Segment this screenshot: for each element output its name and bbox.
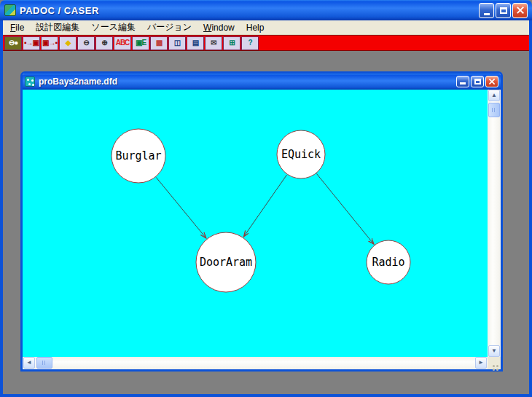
child-window: proBays2name.dfd BurglarEQuickDoorAramRa… <box>20 71 503 372</box>
node-label-Burglar: Burglar <box>115 149 161 162</box>
menu-file[interactable]: File <box>4 21 30 34</box>
window-title: PADOC / CASER <box>20 5 479 16</box>
scroll-left-icon: ◄ <box>26 359 32 366</box>
cascade-windows-icon: ◫ <box>174 39 180 47</box>
tiled-windows-button[interactable]: ⊞ <box>223 36 240 50</box>
child-close-button[interactable] <box>485 76 498 87</box>
diagram-canvas[interactable]: BurglarEQuickDoorAramRadio <box>23 90 488 357</box>
dfd-diagram: BurglarEQuickDoorAramRadio <box>23 90 488 357</box>
connector-icon: ⊖● <box>9 39 17 47</box>
child-minimize-button[interactable] <box>456 76 469 87</box>
minimize-button[interactable] <box>479 3 494 18</box>
app-icon <box>4 4 16 16</box>
scroll-left-button[interactable]: ◄ <box>23 357 35 369</box>
child-minimize-icon <box>460 82 466 84</box>
close-button[interactable] <box>512 3 528 18</box>
window-tree-icon: ▤ <box>192 39 198 47</box>
comment-icon: ✉ <box>211 39 216 47</box>
export-node-icon: ▣→▪ <box>42 39 57 47</box>
import-node-icon: ▪→▣ <box>24 39 39 47</box>
edge-Burglar-DoorAram <box>156 177 206 237</box>
open-box-icon: ◆ <box>66 39 71 47</box>
edge-EQuick-DoorAram <box>244 175 287 237</box>
help-button[interactable]: ? <box>241 36 259 50</box>
child-body: BurglarEQuickDoorAramRadio ▲ ▼ ◄ ► <box>23 90 501 369</box>
main-titlebar[interactable]: PADOC / CASER <box>0 0 532 20</box>
export-node-button[interactable]: ▣→▪ <box>41 36 58 50</box>
maximize-icon <box>500 7 507 14</box>
application-window: PADOC / CASER File 設計図編集 ソース編集 バージョン Win… <box>0 0 532 397</box>
horizontal-scroll-thumb[interactable] <box>36 357 52 369</box>
menu-version[interactable]: バージョン <box>141 20 197 35</box>
zoom-in-icon: ⊕ <box>101 39 106 47</box>
open-box-button[interactable]: ◆ <box>59 36 77 50</box>
scroll-right-icon: ► <box>478 359 484 366</box>
abc-label-button[interactable]: ABC <box>114 36 131 50</box>
cascade-windows-button[interactable]: ◫ <box>168 36 186 50</box>
mdi-client-area: proBays2name.dfd BurglarEQuickDoorAramRa… <box>3 51 529 394</box>
resize-grip-dots <box>496 365 498 367</box>
child-maximize-button[interactable] <box>471 76 484 87</box>
window-border-bottom <box>0 394 532 397</box>
menu-window[interactable]: Window <box>197 21 240 34</box>
scroll-right-button[interactable]: ► <box>475 357 487 369</box>
menu-help[interactable]: Help <box>240 21 270 34</box>
toolbar: ⊖●▪→▣▣→▪◆⊖⊕ABC▣E▩◫▤✉⊞? <box>3 35 529 51</box>
horizontal-scrollbar[interactable]: ◄ ► <box>23 357 488 369</box>
connector-button[interactable]: ⊖● <box>4 36 22 50</box>
zoom-out-icon: ⊖ <box>83 39 88 47</box>
node-label-EQuick: EQuick <box>281 148 321 161</box>
scroll-up-icon: ▲ <box>491 92 497 98</box>
resize-grip[interactable] <box>488 357 501 369</box>
edge-EQuick-Radio <box>316 173 373 244</box>
node-label-Radio: Radio <box>372 256 404 269</box>
pattern-button[interactable]: ▩ <box>150 36 168 50</box>
import-node-button[interactable]: ▪→▣ <box>23 36 40 50</box>
vertical-scroll-thumb[interactable] <box>488 103 500 117</box>
zoom-out-button[interactable]: ⊖ <box>77 36 95 50</box>
zoom-in-button[interactable]: ⊕ <box>95 36 113 50</box>
tiled-windows-icon: ⊞ <box>229 39 234 47</box>
child-maximize-icon <box>474 79 481 84</box>
abc-label-icon: ABC <box>116 39 130 47</box>
comment-button[interactable]: ✉ <box>205 36 222 50</box>
menu-source-edit[interactable]: ソース編集 <box>85 20 141 35</box>
node-label-DoorAram: DoorAram <box>200 256 252 269</box>
vertical-scrollbar[interactable]: ▲ ▼ <box>488 90 501 357</box>
window-tree-button[interactable]: ▤ <box>187 36 204 50</box>
window-border-right <box>529 20 532 397</box>
child-close-icon <box>488 78 496 85</box>
pattern-icon: ▩ <box>156 39 162 47</box>
child-titlebar[interactable]: proBays2name.dfd <box>23 74 501 90</box>
scroll-down-button[interactable]: ▼ <box>488 345 500 357</box>
maximize-button[interactable] <box>496 3 511 18</box>
minimize-icon <box>484 13 490 15</box>
scroll-down-icon: ▼ <box>491 347 497 354</box>
dfd-file-icon <box>25 76 35 87</box>
scroll-up-button[interactable]: ▲ <box>488 90 500 101</box>
menu-design-edit[interactable]: 設計図編集 <box>30 20 85 35</box>
editor-window-button[interactable]: ▣E <box>132 36 149 50</box>
editor-window-icon: ▣E <box>136 39 146 47</box>
child-window-title: proBays2name.dfd <box>39 76 456 87</box>
menu-bar: File 設計図編集 ソース編集 バージョン Window Help <box>3 20 529 35</box>
close-icon <box>516 6 525 15</box>
help-icon: ? <box>248 39 251 47</box>
